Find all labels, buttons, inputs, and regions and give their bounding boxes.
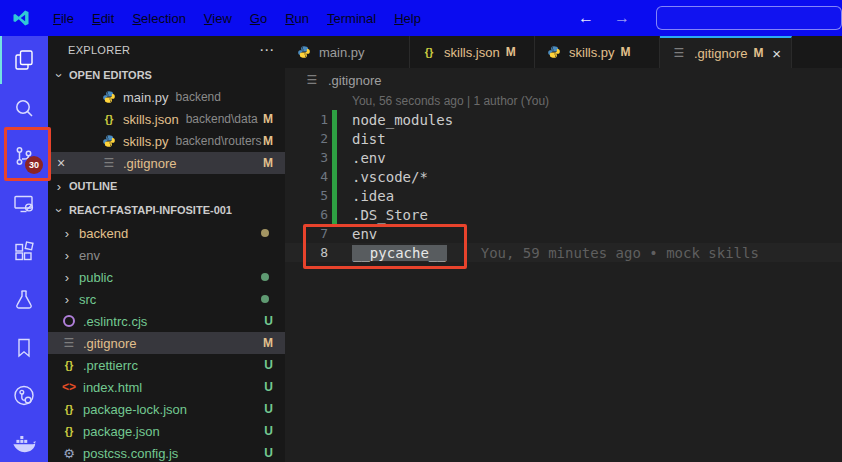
tree-file-prettierrc[interactable]: {} .prettierrc U <box>48 354 285 376</box>
menu-view[interactable]: View <box>195 8 241 29</box>
tree-file-package-json[interactable]: {} package.json U <box>48 420 285 442</box>
added-change-gutter <box>328 129 352 148</box>
added-change-gutter <box>328 186 352 205</box>
breadcrumb-file[interactable]: .gitignore <box>328 73 381 88</box>
breadcrumb[interactable]: ☰ .gitignore <box>285 68 842 92</box>
vscode-logo-icon <box>12 9 30 27</box>
gitlens-icon[interactable] <box>0 372 48 420</box>
outline-section[interactable]: › OUTLINE <box>48 174 285 198</box>
tab-label: skills.py <box>569 45 615 60</box>
bookmarks-icon[interactable] <box>0 324 48 372</box>
added-change-gutter <box>328 205 352 224</box>
code-line-2[interactable]: 2 dist <box>285 129 842 148</box>
modified-badge: M <box>506 45 516 59</box>
tree-file-postcss-config[interactable]: ⚙ postcss.config.js U <box>48 442 285 462</box>
folder-name: src <box>79 292 96 307</box>
menu-help[interactable]: Help <box>385 8 430 29</box>
gitignore-icon: ☰ <box>100 156 118 170</box>
json-icon: {} <box>60 359 78 371</box>
explorer-icon[interactable] <box>0 36 48 84</box>
code-line-1[interactable]: 1 node_modules <box>285 110 842 129</box>
code-line-5[interactable]: 5 .idea <box>285 186 842 205</box>
line-number: 2 <box>285 131 328 146</box>
code-text: .idea <box>352 188 394 204</box>
untracked-badge: U <box>264 424 273 438</box>
json-icon: {} <box>100 113 118 125</box>
open-editors-label: OPEN EDITORS <box>69 69 152 81</box>
project-root-section[interactable]: › REACT-FASTAPI-INFOSITE-001 <box>48 198 285 222</box>
command-center-search-box[interactable] <box>656 6 842 30</box>
code-line-6[interactable]: 6 .DS_Store <box>285 205 842 224</box>
file-path: backend <box>176 90 221 104</box>
extensions-icon[interactable] <box>0 228 48 276</box>
chevron-right-icon: › <box>60 292 74 307</box>
history-nav: ← → <box>578 9 630 27</box>
untracked-badge: U <box>264 446 273 460</box>
forward-arrow-icon[interactable]: → <box>614 9 630 27</box>
tree-file-package-lock[interactable]: {} package-lock.json U <box>48 398 285 420</box>
python-icon <box>100 90 118 104</box>
file-path: backend\routers <box>176 134 262 148</box>
eslint-icon <box>60 315 78 327</box>
close-icon[interactable]: × <box>772 45 781 62</box>
code-line-3[interactable]: 3 .env <box>285 148 842 167</box>
folder-name: public <box>79 270 113 285</box>
modified-badge: M <box>263 134 273 148</box>
open-editor-gitignore[interactable]: × ☰ .gitignore M <box>48 152 285 174</box>
menu-edit[interactable]: Edit <box>83 8 123 29</box>
tab-skills-json[interactable]: {} skills.json M <box>410 36 535 68</box>
added-change-gutter <box>328 167 352 186</box>
docker-icon[interactable] <box>0 420 48 462</box>
file-name: .gitignore <box>123 156 176 171</box>
open-editor-main-py[interactable]: main.py backend <box>48 86 285 108</box>
json-icon: {} <box>60 425 78 437</box>
remote-explorer-icon[interactable] <box>0 180 48 228</box>
tree-folder-env[interactable]: › env <box>48 244 285 266</box>
sidebar-header: EXPLORER ⋯ <box>48 36 285 64</box>
added-change-gutter <box>328 148 352 167</box>
more-actions-icon[interactable]: ⋯ <box>259 41 275 59</box>
menu-go[interactable]: Go <box>241 8 276 29</box>
untracked-badge: U <box>264 358 273 372</box>
tab-main-py[interactable]: main.py <box>285 36 410 68</box>
code-text: dist <box>352 131 386 147</box>
open-editor-skills-py[interactable]: skills.py backend\routers M <box>48 130 285 152</box>
tree-folder-public[interactable]: › public <box>48 266 285 288</box>
tree-folder-backend[interactable]: › backend <box>48 222 285 244</box>
line-number: 4 <box>285 169 328 184</box>
file-name: .prettierrc <box>83 358 138 373</box>
explorer-sidebar: EXPLORER ⋯ › OPEN EDITORS main.py backen… <box>48 36 285 462</box>
menu-selection[interactable]: Selection <box>123 8 194 29</box>
menu-terminal[interactable]: Terminal <box>318 8 385 29</box>
tree-file-gitignore[interactable]: ☰ .gitignore M <box>48 332 285 354</box>
menu-file[interactable]: File <box>44 8 83 29</box>
sidebar-title: EXPLORER <box>68 44 259 56</box>
testing-icon[interactable] <box>0 276 48 324</box>
file-name: .gitignore <box>83 336 136 351</box>
code-text: .env <box>352 150 386 166</box>
chevron-down-icon: › <box>52 203 67 217</box>
chevron-down-icon: › <box>52 68 67 82</box>
modified-badge: M <box>263 112 273 126</box>
chevron-right-icon: › <box>60 270 74 285</box>
file-name: package.json <box>83 424 160 439</box>
untracked-badge: U <box>264 314 273 328</box>
tab-skills-py[interactable]: skills.py M <box>535 36 660 68</box>
modified-badge: M <box>263 156 273 170</box>
tab-gitignore-active[interactable]: ☰ .gitignore M × <box>660 36 792 68</box>
open-editors-section[interactable]: › OPEN EDITORS <box>48 64 285 86</box>
close-icon[interactable]: × <box>48 155 74 171</box>
untracked-dot-badge <box>261 273 269 281</box>
search-icon[interactable] <box>0 84 48 132</box>
open-editor-skills-json[interactable]: {} skills.json backend\data M <box>48 108 285 130</box>
menu-run[interactable]: Run <box>276 8 318 29</box>
tree-folder-src[interactable]: › src <box>48 288 285 310</box>
tree-file-eslintrc[interactable]: .eslintrc.cjs U <box>48 310 285 332</box>
python-icon <box>295 45 313 59</box>
modified-dot-badge <box>261 229 269 237</box>
folder-name: env <box>79 248 100 263</box>
back-arrow-icon[interactable]: ← <box>578 9 594 27</box>
line-number: 1 <box>285 112 328 127</box>
tree-file-index-html[interactable]: <> index.html U <box>48 376 285 398</box>
code-line-4[interactable]: 4 .vscode/* <box>285 167 842 186</box>
